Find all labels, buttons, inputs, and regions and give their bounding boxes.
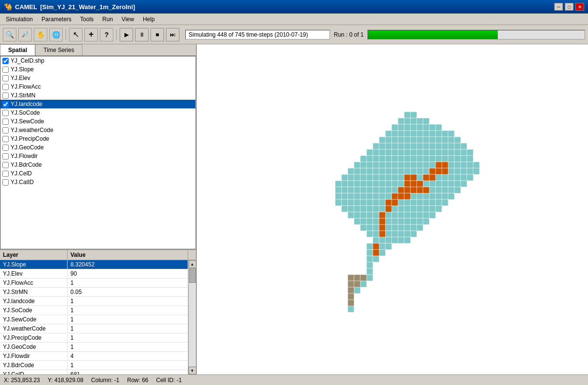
svg-rect-267 [398, 218, 404, 225]
layer-checkbox-9[interactable] [2, 136, 9, 142]
close-button[interactable]: ✕ [575, 3, 584, 11]
layer-item-6[interactable]: YJ.SoCode [0, 108, 195, 117]
layer-item-12[interactable]: YJ.BdrCode [0, 160, 195, 169]
svg-rect-287 [398, 231, 404, 237]
layer-item-1[interactable]: YJ.Slope [0, 65, 195, 74]
layer-item-9[interactable]: YJ.PrecipCode [0, 134, 195, 143]
map-area[interactable] [197, 44, 588, 374]
pan-tool[interactable]: ✋ [34, 28, 47, 41]
svg-rect-67 [442, 149, 448, 156]
layer-item-0[interactable]: YJ_CelD.shp [0, 56, 195, 65]
layer-item-10[interactable]: YJ.GeoCode [0, 143, 195, 152]
attr-layer-1: YJ.Elev [0, 269, 68, 278]
svg-rect-87 [454, 156, 461, 162]
layer-item-4[interactable]: YJ.StrMN [0, 91, 195, 100]
layer-checkbox-11[interactable] [2, 153, 9, 159]
attr-row-4[interactable]: YJ.landcode 1 [0, 297, 188, 306]
attr-row-8[interactable]: YJ.PrecipCode 1 [0, 333, 188, 343]
stop-button[interactable]: ■ [150, 28, 164, 41]
layer-checkbox-13[interactable] [2, 171, 9, 177]
layer-item-5[interactable]: YJ.landcode [0, 100, 195, 108]
layer-checkbox-0[interactable] [2, 58, 9, 64]
play-button[interactable]: ▶ [120, 28, 133, 41]
layer-checkbox-10[interactable] [2, 145, 9, 151]
attr-row-3[interactable]: YJ.StrMN 0.05 [0, 288, 188, 297]
layer-checkbox-3[interactable] [2, 84, 9, 90]
attr-row-9[interactable]: YJ.GeoCode 1 [0, 343, 188, 352]
menu-help[interactable]: Help [139, 15, 159, 24]
attribute-table: Layer Value YJ.Slope 8.320452 YJ.Elev 90… [0, 249, 196, 374]
globe-tool[interactable]: 🌐 [49, 28, 63, 41]
coord-x: X: 253,853.23 [4, 377, 40, 384]
svg-rect-70 [461, 149, 467, 156]
attr-scrollbar[interactable]: ▲ ▼ [188, 260, 196, 374]
svg-rect-127 [454, 168, 461, 174]
svg-rect-17 [392, 131, 398, 137]
scroll-up-arrow[interactable]: ▲ [189, 260, 196, 268]
zoom-out-tool[interactable]: 🔍 [3, 28, 16, 41]
restore-button[interactable]: □ [565, 3, 574, 11]
svg-rect-290 [373, 237, 379, 243]
svg-rect-31 [404, 137, 410, 143]
scroll-down-arrow[interactable]: ▼ [189, 367, 196, 374]
layer-item-14[interactable]: YJ.CatID [0, 178, 195, 186]
layer-item-2[interactable]: YJ.Elev [0, 74, 195, 82]
layer-checkbox-4[interactable] [2, 93, 9, 99]
svg-rect-166 [423, 181, 429, 187]
menu-parameters[interactable]: Parameters [38, 15, 75, 24]
layer-checkbox-5[interactable] [2, 101, 9, 107]
next-button[interactable]: ⏭ [166, 28, 179, 41]
svg-rect-43 [392, 143, 398, 149]
svg-rect-280 [410, 225, 417, 231]
layer-item-11[interactable]: YJ.Flowdir [0, 152, 195, 160]
layer-checkbox-12[interactable] [2, 162, 9, 168]
layer-checkbox-6[interactable] [2, 110, 9, 116]
svg-rect-40 [373, 143, 379, 149]
attr-layer-9: YJ.GeoCode [0, 343, 68, 351]
scroll-thumb[interactable] [189, 268, 196, 283]
add-tool[interactable]: + [84, 28, 98, 41]
attr-row-1[interactable]: YJ.Elev 90 [0, 269, 188, 279]
scroll-track[interactable] [189, 268, 196, 366]
svg-rect-222 [398, 199, 404, 206]
pause-button[interactable]: ⏸ [135, 28, 149, 41]
svg-rect-247 [354, 212, 360, 218]
attr-row-2[interactable]: YJ.FlowAcc 1 [0, 279, 188, 288]
layer-item-3[interactable]: YJ.FlowAcc [0, 82, 195, 91]
layer-checkbox-7[interactable] [2, 119, 9, 125]
tab-time-series[interactable]: Time Series [35, 44, 82, 55]
layer-checkbox-14[interactable] [2, 179, 9, 186]
menu-view[interactable]: View [118, 15, 138, 24]
layer-item-8[interactable]: YJ.weatherCode [0, 126, 195, 134]
menu-run[interactable]: Run [98, 15, 117, 24]
attr-row-0[interactable]: YJ.Slope 8.320452 [0, 260, 188, 269]
attr-row-10[interactable]: YJ.Flowdir 4 [0, 352, 188, 361]
minimize-button[interactable]: ─ [554, 3, 563, 11]
select-tool[interactable]: ↖ [69, 28, 82, 41]
svg-rect-153 [342, 181, 348, 187]
svg-rect-257 [417, 212, 423, 218]
svg-rect-331 [404, 193, 410, 199]
svg-rect-108 [467, 162, 473, 168]
info-tool[interactable]: ? [100, 28, 113, 41]
toolbar-separator-2 [116, 29, 117, 40]
layer-list[interactable]: YJ_CelD.shp YJ.Slope YJ.Elev YJ.FlowAcc … [0, 56, 196, 249]
attr-row-11[interactable]: YJ.BdrCode 1 [0, 361, 188, 370]
attr-row-12[interactable]: YJ.CelD 681 [0, 370, 188, 374]
layer-checkbox-8[interactable] [2, 127, 9, 133]
layer-checkbox-2[interactable] [2, 75, 9, 81]
layer-checkbox-1[interactable] [2, 66, 9, 73]
attr-row-7[interactable]: YJ.weatherCode 1 [0, 324, 188, 333]
menu-simulation[interactable]: Simulation [2, 15, 37, 24]
layer-item-7[interactable]: YJ.SewCode [0, 117, 195, 126]
tab-spatial[interactable]: Spatial [0, 44, 35, 55]
zoom-in-tool[interactable]: 🔎 [18, 28, 32, 41]
menu-tools[interactable]: Tools [76, 15, 97, 24]
attr-row-5[interactable]: YJ.SoCode 1 [0, 306, 188, 315]
layer-item-13[interactable]: YJ.CelD [0, 169, 195, 178]
attr-row-6[interactable]: YJ.SewCode 1 [0, 315, 188, 324]
svg-rect-295 [404, 237, 410, 243]
svg-rect-201 [385, 193, 392, 199]
attribute-table-body[interactable]: YJ.Slope 8.320452 YJ.Elev 90 YJ.FlowAcc … [0, 260, 188, 374]
svg-rect-171 [454, 181, 461, 187]
